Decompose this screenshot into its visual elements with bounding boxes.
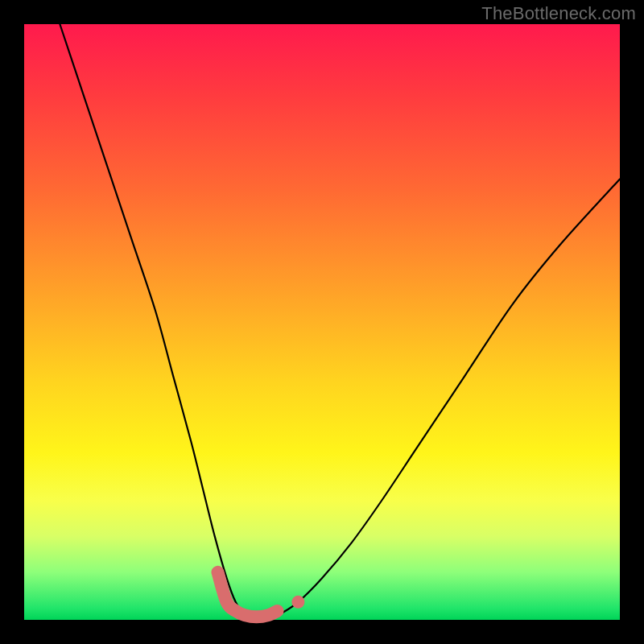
highlight-dot <box>291 596 304 609</box>
chart-frame <box>24 24 620 620</box>
watermark-text: TheBottleneck.com <box>481 3 636 24</box>
bottleneck-curve <box>60 24 620 621</box>
chart-svg <box>24 24 620 620</box>
